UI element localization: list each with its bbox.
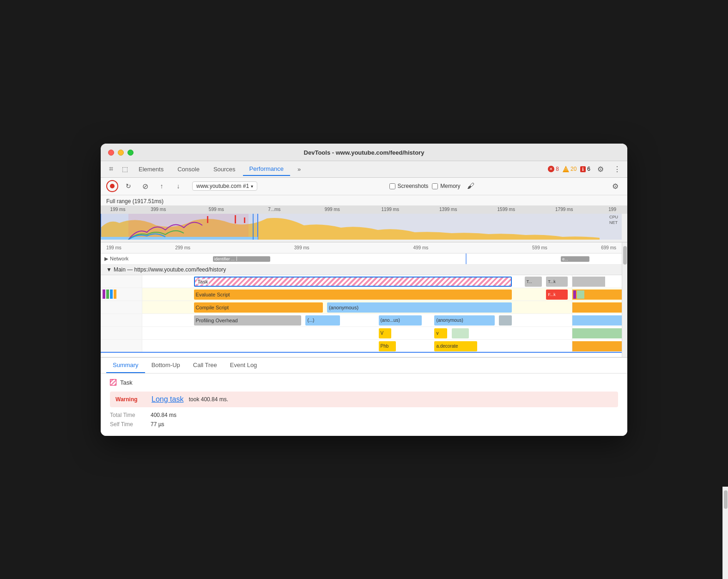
tick-6: 1399 ms [419,207,478,212]
tab-bar: ⌗ ⬚ Elements Console Sources Performance… [101,161,627,178]
task-small-1[interactable]: T... [525,277,542,287]
clear-button[interactable]: ⊘ [139,180,152,193]
chevron-down-icon: ▾ [251,184,253,189]
warning-icon: ⚠ [563,166,569,172]
task-small-2[interactable]: T...k [546,277,568,287]
network-item-2[interactable]: e... [561,256,589,262]
scrollbar-thumb[interactable] [623,246,627,265]
error-badge[interactable]: ✕ 8 [548,166,559,172]
v-block-1[interactable]: V [379,328,392,338]
task-icon [110,379,116,386]
info-icon: ℹ [580,166,586,172]
brush-icon[interactable]: 🖌 [464,180,477,193]
phb-block[interactable]: Phb [379,341,396,351]
reload-button[interactable]: ↻ [122,180,135,193]
task-title-row: Task [110,379,618,386]
flame-chart: ▼ Main — https://www.youtube.com/feed/hi… [101,265,627,357]
tick-8: 1799 ms [535,207,594,212]
mark-3 [244,217,245,223]
record-button[interactable] [106,180,118,192]
paren-block[interactable]: (...) [305,315,340,326]
cpu-label: CPU [609,215,618,219]
green-block[interactable] [452,328,469,338]
summary-content: Task Warning Long task took 400.84 ms. T… [101,374,627,436]
total-time-value: 400.84 ms [151,412,176,418]
tab-console[interactable]: Console [171,163,206,175]
summary-section: Summary Bottom-Up Call Tree Event Log Ta… [101,357,627,436]
close-button[interactable] [108,150,114,156]
v-block-2[interactable]: v [434,328,447,338]
network-item-1[interactable]: identifier ... ▏ [213,256,270,262]
screenshots-toggle[interactable]: Screenshots [389,183,429,189]
tab-call-tree[interactable]: Call Tree [187,358,224,373]
zoom-tick-1: 299 ms [123,245,243,250]
memory-toggle[interactable]: Memory [432,183,460,189]
extra-block-1[interactable] [499,315,512,326]
download-button[interactable]: ↓ [172,180,185,193]
network-item-1-end: ▏ [237,257,239,261]
tick-4: 999 ms [303,207,362,212]
flame-row-content-1: Task T... T...k [142,275,572,288]
net-bar [101,237,258,240]
flame-row-content-5: V v [142,327,572,339]
total-time-row: Total Time 400.84 ms [110,412,618,418]
tab-sources[interactable]: Sources [207,163,242,175]
maximize-button[interactable] [127,150,133,156]
more-options-icon[interactable]: ⋮ [611,163,624,175]
capture-settings-icon[interactable]: ⚙ [609,180,622,193]
tab-elements[interactable]: Elements [132,163,170,175]
tab-more[interactable]: » [291,163,307,175]
profiling-block[interactable]: Profiling Overhead [194,315,302,326]
anous-block[interactable]: (ano...us) [379,315,422,326]
flame-row-right-3 [572,301,627,314]
network-bar-container: identifier ... ▏ e... [141,253,618,264]
task-label: Task [197,279,209,284]
zoom-tick-5: 699 ms [601,245,616,250]
anon-label-2: (anonymous) [436,318,463,323]
net-label: NET [609,220,618,225]
info-badge[interactable]: ℹ 6 [580,166,590,172]
anon-label-1: (anonymous) [329,305,358,310]
url-selector[interactable]: www.youtube.com #1 ▾ [192,181,257,191]
main-scrollbar[interactable] [622,242,627,357]
anon-block-1[interactable]: (anonymous) [327,302,512,313]
title-bar: DevTools - www.youtube.com/feed/history [101,144,627,161]
inspect-icon[interactable]: ⌗ [104,163,117,175]
flame-row-right-1 [572,275,627,288]
self-time-value: 77 µs [151,421,164,428]
main-collapse-icon[interactable]: ▼ [106,266,112,273]
left-block-purple [103,290,105,299]
network-expand-icon[interactable]: ▶ [104,256,108,262]
compile-block[interactable]: Compile Script [194,302,323,313]
tick-9: 199 [593,207,616,212]
minimize-button[interactable] [118,150,124,156]
upload-button[interactable]: ↑ [155,180,168,193]
tab-bottom-up[interactable]: Bottom-Up [145,358,187,373]
device-icon[interactable]: ⬚ [118,163,131,175]
flame-row-compile: Compile Script (anonymous) [101,301,627,314]
flame-row-left-3 [101,301,142,314]
record-dot [110,184,115,188]
v-label-1: V [381,331,384,336]
paren-label: (...) [307,318,314,323]
long-task-link[interactable]: Long task [152,395,183,404]
mark-2 [235,215,236,223]
warning-badge[interactable]: ⚠ 20 [563,166,576,172]
tab-summary[interactable]: Summary [106,358,145,373]
memory-checkbox[interactable] [432,183,438,189]
task-block[interactable]: Task [194,277,512,287]
evaluate-small[interactable]: F...k [546,290,568,300]
flame-row-left-5 [101,327,142,339]
evaluate-block[interactable]: Evaluate Script [194,290,512,300]
zoom-ruler: 199 ms 299 ms 399 ms 499 ms 599 ms 699 m… [101,242,627,253]
screenshots-checkbox[interactable] [389,183,395,189]
a-decorate-block[interactable]: a.decorate [434,341,477,351]
devtools-window: DevTools - www.youtube.com/feed/history … [101,144,627,436]
flame-row-v: V v [101,327,627,340]
tab-event-log[interactable]: Event Log [224,358,264,373]
settings-icon[interactable]: ⚙ [594,163,607,175]
self-time-row: Self Time 77 µs [110,421,618,428]
anon-block-2[interactable]: (anonymous) [434,315,494,326]
tab-performance[interactable]: Performance [243,163,290,176]
timeline-overview[interactable]: 199 ms 399 ms 599 ms 7...ms 999 ms 1199 … [101,205,627,242]
